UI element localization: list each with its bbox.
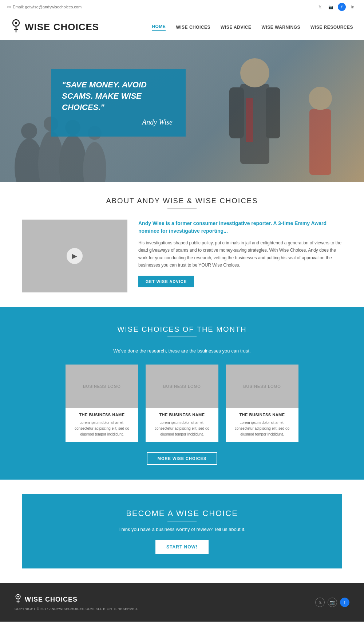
card-desc-2: Lorem ipsum dolor sit amet, consectetur … [151,420,213,437]
card-logo-3: BUSINESS LOGO [226,365,298,408]
svg-point-8 [21,123,37,139]
top-bar: ✉ Email: getwise@andywisechoices.com 𝕏 📷… [0,0,364,14]
nav-home[interactable]: HOME [152,24,166,31]
more-wise-choices-button[interactable]: MORE WISE CHOICES [147,452,217,465]
card-logo-1: BUSINESS LOGO [66,365,138,408]
nav-wise-advice[interactable]: WISE ADVICE [221,25,251,30]
footer-twitter-icon[interactable]: 𝕏 [315,598,325,607]
about-content: ▶ Andy Wise is a former consumer investi… [22,220,342,292]
svg-point-7 [83,142,106,182]
hero-author: Andy Wise [62,118,173,126]
card-title-3: THE BUSINESS NAME [231,413,293,417]
footer-logo-text: WISE CHOICES [25,596,78,603]
email-bar: ✉ Email: getwise@andywisechoices.com [7,5,82,9]
hero-quote: "SAVE MONEY. AVOID SCAMS. MAKE WISE CHOI… [62,79,173,113]
about-title: ABOUT ANDY WISE & WISE CHOICES [22,197,342,205]
svg-point-6 [59,135,87,182]
main-nav: HOME WISE CHOICES WISE ADVICE WISE WARNI… [152,24,353,31]
svg-rect-12 [240,84,269,164]
logo-text: WISE CHOICES [25,21,99,33]
footer-social: 𝕏 📷 f [315,598,349,607]
hero-person [218,47,291,182]
cards-row: BUSINESS LOGO THE BUSINESS NAME Lorem ip… [22,365,342,442]
facebook-icon[interactable]: f [338,3,346,11]
become-box: BECOME A WISE CHOICE Think you have a bu… [22,494,342,568]
hero-section: "SAVE MONEY. AVOID SCAMS. MAKE WISE CHOI… [0,40,364,182]
card-body-2: THE BUSINESS NAME Lorem ipsum dolor sit … [146,408,218,442]
logo[interactable]: WISE CHOICES [11,19,99,35]
card-3[interactable]: BUSINESS LOGO THE BUSINESS NAME Lorem ip… [226,365,298,442]
wise-month-section: WISE CHOICES OF THE MONTH We've done the… [0,307,364,480]
become-line [167,521,197,521]
instagram-icon[interactable]: 📷 [327,3,335,11]
footer-logo: WISE CHOICES COPYRIGHT © 2017 ANDYWISECH… [15,594,138,611]
footer: WISE CHOICES COPYRIGHT © 2017 ANDYWISECH… [0,583,364,622]
twitter-icon[interactable]: 𝕏 [316,3,324,11]
video-thumbnail[interactable]: ▶ [22,220,127,292]
get-wise-advice-button[interactable]: GET WISE ADVICE [138,276,194,287]
card-desc-1: Lorem ipsum dolor sit amet, consectetur … [71,420,133,437]
nav-wise-warnings[interactable]: WISE WARNINGS [261,25,300,30]
svg-rect-17 [309,109,331,175]
card-title-1: THE BUSINESS NAME [71,413,133,417]
card-body-1: THE BUSINESS NAME Lorem ipsum dolor sit … [66,408,138,442]
card-2[interactable]: BUSINESS LOGO THE BUSINESS NAME Lorem ip… [146,365,218,442]
linkedin-icon[interactable]: in [349,3,357,11]
top-social: 𝕏 📷 f in [316,3,357,11]
footer-logo-row: WISE CHOICES [15,594,138,605]
svg-rect-14 [246,98,253,142]
svg-point-3 [15,22,17,24]
email-text: Email: getwise@andywisechoices.com [13,5,82,9]
become-subtitle: Think you have a business worthy of revi… [33,527,331,532]
about-text: Andy Wise is a former consumer investiga… [138,220,342,287]
become-section: BECOME A WISE CHOICE Think you have a bu… [0,480,364,583]
become-title: BECOME A WISE CHOICE [33,509,331,518]
wise-month-line [167,336,197,337]
about-headline: Andy Wise is a former consumer investiga… [138,220,342,235]
card-1[interactable]: BUSINESS LOGO THE BUSINESS NAME Lorem ip… [66,365,138,442]
wise-month-subtitle: We've done the research, these are the b… [22,348,342,354]
card-desc-3: Lorem ipsum dolor sit amet, consectetur … [231,420,293,437]
nav-wise-resources[interactable]: WISE RESOURCES [310,25,353,30]
footer-facebook-icon[interactable]: f [340,598,349,607]
logo-icon [11,19,23,35]
svg-rect-16 [266,87,280,138]
svg-point-13 [240,58,269,87]
about-section: ABOUT ANDY WISE & WISE CHOICES ▶ Andy Wi… [0,182,364,307]
hero-overlay: "SAVE MONEY. AVOID SCAMS. MAKE WISE CHOI… [51,69,186,137]
card-title-2: THE BUSINESS NAME [151,413,213,417]
card-logo-2: BUSINESS LOGO [146,365,218,408]
footer-copyright: COPYRIGHT © 2017 ANDYWISECHOICES.COM. AL… [15,607,138,611]
start-now-button[interactable]: START NOW! [155,540,209,554]
svg-rect-15 [229,87,244,138]
footer-instagram-icon[interactable]: 📷 [328,598,337,607]
svg-point-18 [309,87,332,110]
about-body: His investigations shaped public policy,… [138,239,342,269]
play-button[interactable]: ▶ [67,248,83,264]
email-icon: ✉ [7,5,11,9]
about-title-line [167,208,197,209]
wise-month-title: WISE CHOICES OF THE MONTH [22,325,342,334]
svg-point-22 [17,596,19,597]
nav-wise-choices[interactable]: WISE CHOICES [176,25,210,30]
header: WISE CHOICES HOME WISE CHOICES WISE ADVI… [0,14,364,40]
footer-logo-icon [15,594,23,605]
hero-person-right [298,80,342,182]
card-body-3: THE BUSINESS NAME Lorem ipsum dolor sit … [226,408,298,442]
